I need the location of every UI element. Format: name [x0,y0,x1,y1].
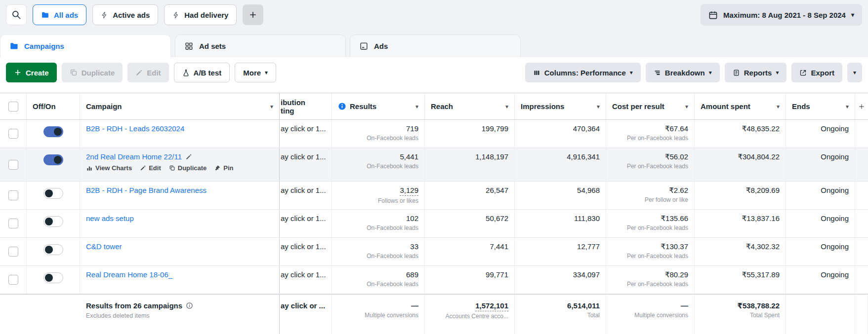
cost-per-result-cell: ₹56.02Per on-Facebook leads [606,148,695,181]
info-icon[interactable] [338,102,346,111]
campaign-link[interactable]: Real Dream Home 18-06_ [86,270,172,279]
info-icon[interactable] [186,302,193,309]
chevron-down-icon: ▾ [709,70,712,75]
add-column-button[interactable] [855,93,868,119]
view-charts-action[interactable]: View Charts [86,164,132,172]
impressions-cell: 12,777 [515,238,606,265]
impressions-cell: 334,097 [515,266,606,294]
toolbar-overflow-button[interactable]: ▾ [847,63,862,82]
campaign-toggle[interactable] [43,244,63,255]
edit-action[interactable]: Edit [140,164,161,172]
reports-button[interactable]: Reports ▾ [725,63,787,82]
sort-caret-icon: ▾ [774,103,780,110]
more-button[interactable]: More ▾ [235,63,276,82]
column-header-impressions[interactable]: Impressions ▾ [515,93,606,119]
table-row: 2nd Real Dream Home 22/11 View Charts Ed… [0,148,868,182]
rename-pencil-icon[interactable] [185,153,192,160]
calendar-icon [708,10,718,20]
results-cell: 3,129Follows or likes [332,182,425,209]
ends-cell: Ongoing [786,210,855,237]
chevron-down-icon: ▾ [630,70,633,75]
duplicate-action[interactable]: Duplicate [169,164,207,172]
filter-active-ads[interactable]: Active ads [92,4,158,25]
column-header-results[interactable]: Results ▾ [332,93,425,119]
add-filter-button[interactable] [243,4,263,25]
filter-had-delivery[interactable]: Had delivery [164,4,237,25]
flask-icon [182,69,190,76]
column-header-ends[interactable]: Ends ▾ [786,93,855,119]
cost-per-result-cell: ₹2.62Per follow or like [606,182,695,209]
duplicate-button[interactable]: Duplicate [62,63,123,82]
reports-icon [733,69,740,76]
campaign-toggle[interactable] [43,272,63,283]
header-label: Off/On [33,102,56,111]
tab-campaigns[interactable]: Campaigns [0,35,171,57]
results-total-cell: —Multiple conversions [332,295,425,334]
tab-ads[interactable]: Ads [350,35,521,57]
header-label: Ends [792,102,810,111]
top-filter-bar: All ads Active ads Had delivery Maximum:… [0,0,868,30]
sort-caret-icon: ▾ [682,103,688,110]
column-header-off-on: Off/On [27,93,80,119]
reach-total-cell: 1,572,101Accounts Centre acco... [425,295,515,334]
reach-cell: 26,547 [425,182,515,209]
impressions-cell: 470,364 [515,120,606,148]
breakdown-button[interactable]: Breakdown ▾ [646,63,720,82]
results-cell: 33On-Facebook leads [332,238,425,265]
column-header-campaign[interactable]: Campaign ▾ [80,93,280,119]
create-button[interactable]: Create [6,63,57,82]
totals-subtitle: Excludes deleted items [86,312,150,319]
filter-label: Had delivery [184,11,228,19]
date-range-picker[interactable]: Maximum: 8 Aug 2021 - 8 Sep 2024 ▾ [701,4,862,26]
search-button[interactable] [6,4,27,25]
row-checkbox[interactable] [8,190,18,200]
tab-label: Campaigns [24,42,64,50]
ends-cell: Ongoing [786,120,855,148]
column-header-attribution[interactable]: ibution ting [280,93,332,119]
campaign-toggle[interactable] [43,188,63,199]
campaign-toggle[interactable] [43,154,63,165]
campaign-link[interactable]: C&D tower [86,242,122,251]
folder-icon [41,11,49,19]
table-header-row: Off/On Campaign ▾ ibution ting Results ▾… [0,93,868,120]
campaign-link[interactable]: B2B - RDH - Page Brand Awareness [86,186,207,195]
attribution-cell: ay click or 1... [280,210,332,237]
row-hover-actions: View Charts Edit Duplicate Pin [86,164,273,172]
filter-label: Active ads [113,11,150,19]
row-checkbox[interactable] [8,275,18,285]
folder-icon [9,41,19,51]
row-checkbox[interactable] [8,129,18,139]
column-header-amount-spent[interactable]: Amount spent ▾ [695,93,786,119]
row-checkbox[interactable] [8,247,18,257]
pin-action[interactable]: Pin [214,164,233,172]
chevron-down-icon: ▾ [265,70,268,75]
impressions-cell: 54,968 [515,182,606,209]
edit-button[interactable]: Edit [127,63,168,82]
column-header-cost-per-result[interactable]: Cost per result ▾ [606,93,695,119]
ab-test-button[interactable]: A/B test [174,63,230,82]
columns-button[interactable]: Columns: Performance ▾ [525,63,641,82]
attribution-cell: ay click or 1... [280,266,332,294]
results-cell: 5,441On-Facebook leads [332,148,425,181]
export-button[interactable]: Export [791,63,842,82]
row-checkbox[interactable] [8,219,18,228]
row-checkbox[interactable] [8,160,18,170]
date-range-label: Maximum: 8 Aug 2021 - 8 Sep 2024 [723,11,846,19]
campaign-toggle[interactable] [43,126,63,137]
filter-all-ads[interactable]: All ads [33,4,86,25]
chevron-down-icon: ▾ [851,12,854,18]
select-all-cell [0,93,27,119]
amount-spent-cell: ₹8,209.69 [695,182,786,209]
amount-spent-cell: ₹4,302.32 [695,238,786,265]
plus-icon [248,10,257,19]
actions-toolbar: Create Duplicate Edit A/B test More ▾ Co… [0,57,868,88]
campaign-toggle[interactable] [43,216,63,227]
campaign-link[interactable]: B2B - RDH - Leads 26032024 [86,124,184,133]
select-all-checkbox[interactable] [8,102,18,111]
tab-label: Ad sets [199,42,226,50]
column-header-reach[interactable]: Reach ▾ [425,93,515,119]
sort-caret-icon: ▾ [413,103,418,110]
campaign-link[interactable]: 2nd Real Dream Home 22/11 [86,152,192,161]
campaign-link[interactable]: new ads setup [86,214,134,223]
tab-ad-sets[interactable]: Ad sets [175,35,346,57]
